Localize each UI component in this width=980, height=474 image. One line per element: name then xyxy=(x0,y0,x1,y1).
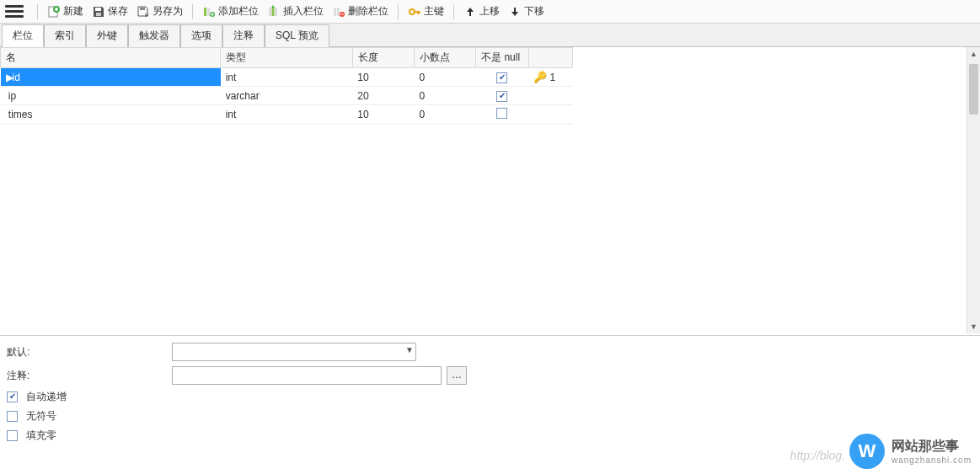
table-row[interactable]: ipvarchar200 xyxy=(1,87,573,105)
new-label: 新建 xyxy=(63,4,83,19)
svg-rect-2 xyxy=(95,8,101,11)
move-up-label: 上移 xyxy=(479,4,500,19)
svg-rect-9 xyxy=(275,8,277,16)
dropdown-icon: ▼ xyxy=(405,345,414,354)
properties-panel: 默认: ▼ 注释: … 自动递增 无符号 填充零 http://blog. W … xyxy=(0,335,980,474)
svg-rect-6 xyxy=(207,8,210,16)
tab-3[interactable]: 触发器 xyxy=(128,24,180,47)
svg-rect-10 xyxy=(272,8,275,16)
scroll-down-icon[interactable]: ▼ xyxy=(967,320,980,333)
move-down-label: 下移 xyxy=(524,4,544,19)
move-up-button[interactable]: 上移 xyxy=(459,3,504,20)
menu-icon[interactable] xyxy=(5,3,24,20)
save-icon xyxy=(92,5,105,19)
svg-rect-11 xyxy=(334,8,336,16)
svg-point-14 xyxy=(410,9,415,14)
save-button[interactable]: 保存 xyxy=(88,3,132,20)
svg-rect-12 xyxy=(337,8,340,16)
svg-rect-5 xyxy=(204,8,206,16)
save-as-label: 另存为 xyxy=(153,4,183,19)
save-as-button[interactable]: 另存为 xyxy=(132,3,187,20)
default-label: 默认: xyxy=(7,345,167,359)
col-length-header[interactable]: 长度 xyxy=(352,48,414,68)
tab-6[interactable]: SQL 预览 xyxy=(265,24,329,47)
table-row[interactable]: ▶idint100🔑 1 xyxy=(1,68,573,87)
delete-column-button[interactable]: 删除栏位 xyxy=(328,3,393,20)
watermark-title: 网站那些事 xyxy=(892,438,972,455)
arrow-down-icon xyxy=(508,5,522,19)
default-select[interactable]: ▼ xyxy=(172,343,416,361)
comment-more-button[interactable]: … xyxy=(447,366,467,385)
new-button[interactable]: 新建 xyxy=(43,3,88,20)
save-label: 保存 xyxy=(108,4,128,19)
key-icon: 🔑 xyxy=(533,71,547,83)
comment-label: 注释: xyxy=(7,369,167,383)
faint-url: http://blog. xyxy=(790,449,845,462)
table-row[interactable]: timesint100 xyxy=(1,105,573,125)
vertical-scrollbar[interactable]: ▲ ▼ xyxy=(967,47,980,333)
notnull-checkbox[interactable] xyxy=(496,72,507,83)
add-column-label: 添加栏位 xyxy=(218,4,259,19)
zerofill-label: 填充零 xyxy=(26,429,56,443)
tab-2[interactable]: 外键 xyxy=(86,24,128,47)
col-type-header[interactable]: 类型 xyxy=(221,48,353,68)
svg-rect-8 xyxy=(269,8,271,16)
zerofill-checkbox[interactable] xyxy=(7,430,18,441)
col-name-header[interactable]: 名 xyxy=(1,48,221,68)
svg-rect-4 xyxy=(140,8,145,10)
add-column-icon xyxy=(202,5,216,19)
col-notnull-header[interactable]: 不是 null xyxy=(476,48,529,68)
tab-5[interactable]: 注释 xyxy=(222,24,265,47)
columns-table: 名 类型 长度 小数点 不是 null ▶idint100🔑 1 ipvarch… xyxy=(0,47,573,125)
new-icon xyxy=(47,5,61,19)
tabs: 栏位索引外键触发器选项注释SQL 预览 xyxy=(0,24,980,47)
autoinc-checkbox[interactable] xyxy=(7,391,18,402)
autoinc-label: 自动递增 xyxy=(26,390,67,404)
key-icon xyxy=(408,5,421,19)
col-key-header[interactable] xyxy=(528,48,572,68)
svg-rect-3 xyxy=(96,13,101,16)
watermark-sub: wangzhanshi.com xyxy=(892,455,972,465)
unsigned-checkbox[interactable] xyxy=(7,411,18,422)
col-decimals-header[interactable]: 小数点 xyxy=(414,48,475,68)
primary-key-button[interactable]: 主键 xyxy=(404,3,448,20)
unsigned-label: 无符号 xyxy=(26,409,56,423)
add-column-button[interactable]: 添加栏位 xyxy=(198,3,263,20)
save-as-icon xyxy=(137,5,150,19)
insert-column-button[interactable]: 插入栏位 xyxy=(263,3,328,20)
scroll-up-icon[interactable]: ▲ xyxy=(967,47,980,61)
insert-column-icon xyxy=(267,5,281,19)
delete-column-icon xyxy=(332,5,345,19)
grid-area: 名 类型 长度 小数点 不是 null ▶idint100🔑 1 ipvarch… xyxy=(0,47,980,333)
tab-0[interactable]: 栏位 xyxy=(2,24,44,47)
tab-1[interactable]: 索引 xyxy=(44,24,86,47)
scroll-thumb[interactable] xyxy=(969,64,978,115)
primary-key-label: 主键 xyxy=(424,4,444,19)
comment-input[interactable] xyxy=(172,366,442,385)
toolbar: 新建 保存 另存为 添加栏位 插入栏位 删除栏位 主键 上移 下移 xyxy=(0,0,980,24)
watermark: W 网站那些事 wangzhanshi.com xyxy=(849,434,972,469)
notnull-checkbox[interactable] xyxy=(496,91,507,102)
notnull-checkbox[interactable] xyxy=(496,108,507,119)
move-down-button[interactable]: 下移 xyxy=(504,3,549,20)
insert-column-label: 插入栏位 xyxy=(283,4,324,19)
arrow-up-icon xyxy=(463,5,477,19)
tab-4[interactable]: 选项 xyxy=(180,24,222,47)
delete-column-label: 删除栏位 xyxy=(348,4,388,19)
watermark-badge: W xyxy=(849,434,885,469)
